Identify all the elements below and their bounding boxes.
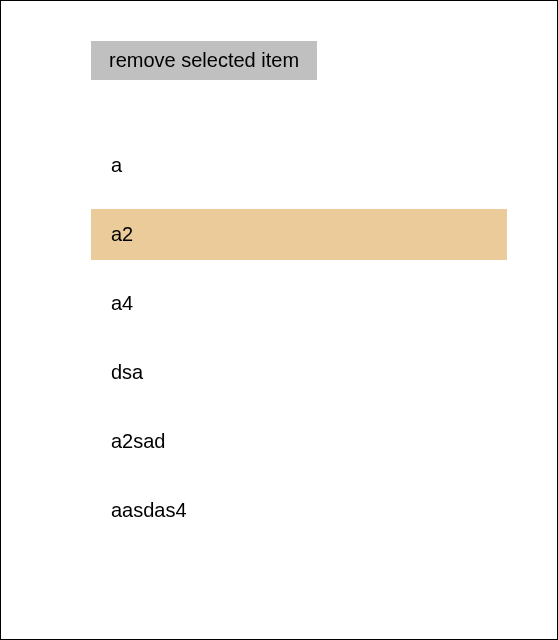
list-item[interactable]: dsa: [91, 347, 507, 398]
list-item-label: a: [111, 154, 122, 176]
list-item[interactable]: a: [91, 140, 507, 191]
list-item-label: dsa: [111, 361, 143, 383]
remove-selected-button[interactable]: remove selected item: [91, 41, 317, 80]
list-item-label: a2: [111, 223, 133, 245]
list-item-label: a4: [111, 292, 133, 314]
list-item[interactable]: a2: [91, 209, 507, 260]
list-item-label: aasdas4: [111, 499, 187, 521]
list-item[interactable]: a4: [91, 278, 507, 329]
list-item-label: a2sad: [111, 430, 166, 452]
list-item[interactable]: aasdas4: [91, 485, 507, 536]
list-item[interactable]: a2sad: [91, 416, 507, 467]
item-list: a a2 a4 dsa a2sad aasdas4: [91, 140, 507, 536]
